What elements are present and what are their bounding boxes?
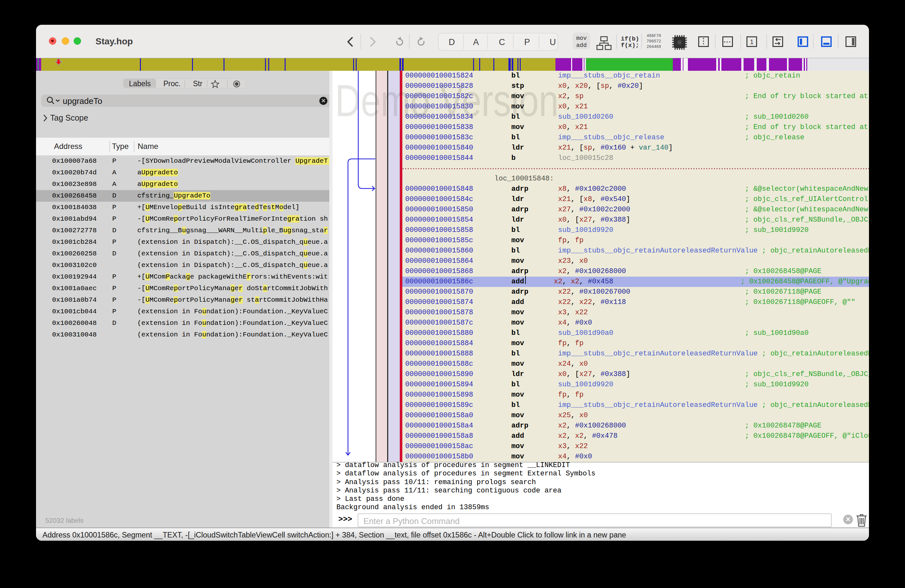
- svg-text:1: 1: [750, 38, 754, 45]
